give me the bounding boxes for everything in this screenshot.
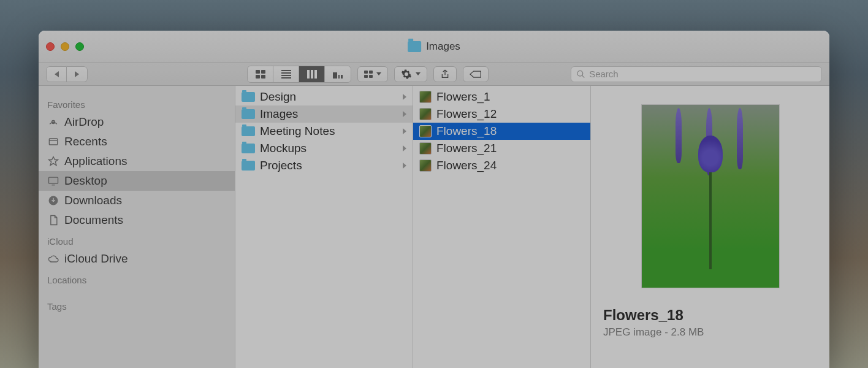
tags-button[interactable] <box>463 66 489 82</box>
folder-icon <box>242 92 255 102</box>
svg-line-1 <box>582 75 584 77</box>
airdrop-icon <box>47 116 59 128</box>
file-row[interactable]: Flowers_1 <box>413 88 590 105</box>
back-button[interactable] <box>46 66 67 82</box>
folder-row-meeting-notes[interactable]: Meeting Notes <box>235 123 413 140</box>
svg-rect-5 <box>49 177 58 183</box>
column-files: Flowers_1 Flowers_12 Flowers_18 Flowers_… <box>413 86 591 368</box>
group-by-button[interactable] <box>357 66 388 82</box>
sidebar-item-label: Documents <box>64 213 123 227</box>
folder-icon <box>242 144 255 153</box>
column-folders: Design Images Meeting Notes Mockups <box>235 86 413 368</box>
file-label: Flowers_1 <box>436 90 490 104</box>
chevron-right-icon <box>403 163 406 169</box>
sidebar-item-documents[interactable]: Documents <box>39 210 235 230</box>
tag-icon <box>470 70 482 79</box>
thumbnail-icon <box>419 125 432 137</box>
folder-label: Images <box>260 107 298 121</box>
window-controls <box>46 42 84 51</box>
search-icon <box>576 69 585 79</box>
downloads-icon <box>47 194 59 207</box>
chevron-left-icon <box>55 71 59 77</box>
thumbnail-icon <box>419 142 432 155</box>
folder-label: Mockups <box>260 142 306 155</box>
window-title: Images <box>408 40 460 53</box>
list-view-button[interactable] <box>273 66 299 82</box>
title-bar: Images <box>39 31 829 63</box>
sidebar-item-label: iCloud Drive <box>64 252 128 266</box>
share-icon <box>440 69 450 80</box>
folder-label: Projects <box>260 159 302 172</box>
grid-icon <box>256 70 265 79</box>
documents-icon <box>47 214 59 226</box>
forward-button[interactable] <box>67 66 88 82</box>
icon-view-button[interactable] <box>248 66 273 82</box>
sidebar-heading-favorites: Favorites <box>39 97 235 112</box>
folder-row-mockups[interactable]: Mockups <box>235 140 413 157</box>
folder-icon <box>242 126 255 136</box>
minimize-button[interactable] <box>61 42 69 51</box>
desktop-icon <box>47 175 59 187</box>
action-button[interactable] <box>394 66 427 82</box>
column-browser: Design Images Meeting Notes Mockups <box>235 86 829 368</box>
sidebar-item-airdrop[interactable]: AirDrop <box>39 112 235 132</box>
view-switcher <box>247 66 351 83</box>
sidebar-heading-icloud: iCloud <box>39 234 235 249</box>
folder-label: Design <box>260 90 296 104</box>
cloud-icon <box>47 253 59 265</box>
list-icon <box>281 70 291 79</box>
preview-title: Flowers_18 <box>603 307 817 324</box>
thumbnail-icon <box>419 108 432 120</box>
folder-label: Meeting Notes <box>260 125 335 138</box>
sidebar-item-downloads[interactable]: Downloads <box>39 191 235 210</box>
columns-icon <box>307 70 317 79</box>
sidebar-item-desktop[interactable]: Desktop <box>39 171 235 191</box>
folder-row-projects[interactable]: Projects <box>235 157 413 174</box>
svg-point-0 <box>577 71 583 76</box>
toolbar <box>39 63 829 86</box>
gallery-icon <box>333 70 343 79</box>
sidebar-item-recents[interactable]: Recents <box>39 132 235 151</box>
sidebar: Favorites AirDrop Recents Applications D… <box>39 86 235 368</box>
grid-icon <box>364 71 373 78</box>
file-label: Flowers_21 <box>436 142 497 155</box>
share-button[interactable] <box>433 66 457 82</box>
file-label: Flowers_24 <box>436 159 497 172</box>
preview-image <box>641 104 780 288</box>
file-row[interactable]: Flowers_12 <box>413 105 590 123</box>
column-view-button[interactable] <box>299 66 325 82</box>
file-label: Flowers_12 <box>436 107 497 121</box>
applications-icon <box>47 155 59 167</box>
gallery-view-button[interactable] <box>325 66 351 82</box>
finder-window: Images <box>39 31 829 368</box>
sidebar-item-label: Desktop <box>64 174 107 188</box>
sidebar-item-icloud-drive[interactable]: iCloud Drive <box>39 249 235 269</box>
gear-icon <box>401 69 412 80</box>
folder-icon <box>242 109 255 119</box>
search-box <box>571 66 822 82</box>
chevron-right-icon <box>403 111 406 117</box>
close-button[interactable] <box>46 42 55 51</box>
preview-meta: JPEG image - 2.8 MB <box>603 326 817 339</box>
content-area: Favorites AirDrop Recents Applications D… <box>39 86 829 368</box>
search-input[interactable] <box>589 69 817 79</box>
chevron-down-icon <box>416 72 421 75</box>
sidebar-item-label: Applications <box>64 155 127 168</box>
folder-row-images[interactable]: Images <box>235 105 413 123</box>
folder-row-design[interactable]: Design <box>235 88 413 105</box>
folder-icon <box>408 41 421 52</box>
sidebar-item-applications[interactable]: Applications <box>39 151 235 171</box>
file-label: Flowers_18 <box>436 125 497 138</box>
nav-buttons <box>46 66 88 82</box>
file-row[interactable]: Flowers_21 <box>413 140 590 157</box>
sidebar-heading-locations: Locations <box>39 272 235 288</box>
folder-icon <box>242 161 255 171</box>
chevron-right-icon <box>75 71 79 77</box>
file-row-selected[interactable]: Flowers_18 <box>413 123 590 140</box>
sidebar-item-label: Downloads <box>64 194 122 207</box>
recents-icon <box>47 136 59 148</box>
sidebar-item-label: AirDrop <box>64 115 104 129</box>
window-title-label: Images <box>426 40 460 53</box>
maximize-button[interactable] <box>75 42 84 51</box>
file-row[interactable]: Flowers_24 <box>413 157 590 174</box>
